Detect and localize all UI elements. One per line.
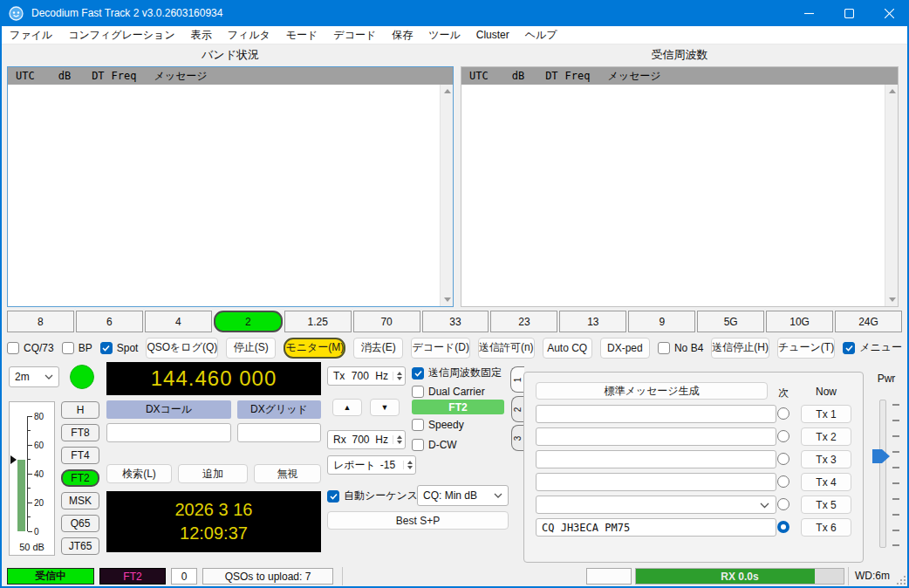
d-cw-checkbox[interactable]: D-CW [412,439,457,451]
generate-messages-button[interactable]: 標準メッセージ生成 [536,382,768,400]
ignore-button[interactable]: 無視 [254,464,321,483]
band-button-70[interactable]: 70 [353,311,420,332]
close-button[interactable] [869,0,909,26]
band-activity-scrollbar[interactable] [440,85,453,306]
message-tab-3[interactable]: 3 [511,425,524,451]
menu-item-decode[interactable]: デコード [325,26,384,44]
maximize-button[interactable] [829,0,869,26]
tx1-button[interactable]: Tx 1 [801,405,851,423]
spot-checkbox[interactable]: Spot [100,342,139,354]
mode-button-q65[interactable]: Q65 [61,515,99,532]
cq-response-select[interactable]: CQ: Min dB [417,485,509,506]
menu-checkbox[interactable]: メニュー [843,340,902,355]
auto-cq-button[interactable]: Auto CQ [543,338,592,359]
tx4-button[interactable]: Tx 4 [801,473,851,491]
spin-down-icon[interactable] [407,466,413,469]
tx3-next-radio[interactable] [777,453,789,465]
band-button-5g[interactable]: 5G [697,311,764,332]
resize-grip-icon[interactable] [897,576,906,585]
tx6-next-radio[interactable] [777,521,789,533]
speedy-checkbox[interactable]: Speedy [412,419,464,431]
tx-freq-up-button[interactable]: ▲ [332,399,362,416]
band-button-9[interactable]: 9 [628,311,695,332]
best-sp-button[interactable]: Best S+P [327,511,509,530]
tx3-button[interactable]: Tx 3 [801,450,851,468]
auto-seq-checkbox[interactable]: 自動シーケンス [327,489,418,503]
mode-button-ft8[interactable]: FT8 [61,424,99,441]
no-b4-checkbox[interactable]: No B4 [658,342,703,354]
menu-item-mode[interactable]: モード [278,26,326,44]
bp-checkbox[interactable]: BP [62,342,92,354]
mode-button-jt65[interactable]: JT65 [61,537,99,555]
minimize-button[interactable] [789,0,829,26]
rx-freq-spinner[interactable]: Rx 700 Hz [327,430,406,449]
message-tab-2[interactable]: 2 [511,396,524,422]
band-button-2[interactable]: 2 [214,311,283,332]
report-spinner[interactable]: レポート -15 [327,455,416,475]
mode-button-ft2[interactable]: FT2 [61,469,99,487]
tx2-button[interactable]: Tx 2 [801,427,851,446]
pwr-slider-track[interactable] [879,400,886,548]
menu-item-cluster[interactable]: Cluster [468,26,517,44]
spin-up-icon[interactable] [397,435,402,439]
mode-button-msk[interactable]: MSK [61,492,99,509]
menu-item-file[interactable]: ファイル [2,26,60,44]
lookup-button[interactable]: 検索(L) [106,464,172,483]
spin-down-icon[interactable] [397,441,402,444]
band-button-4[interactable]: 4 [145,311,212,332]
tx2-message-field[interactable] [536,427,776,446]
tx6-button[interactable]: Tx 6 [801,518,851,537]
scroll-down-icon[interactable] [885,293,899,306]
scroll-up-icon[interactable] [441,85,454,98]
erase-button[interactable]: 消去(E) [353,338,403,359]
menu-item-configuration[interactable]: コンフィグレーション [60,26,183,44]
dx-call-input[interactable] [106,423,231,442]
rx-frequency-scrollbar[interactable] [885,85,898,306]
menu-item-tools[interactable]: ツール [420,26,468,44]
menu-item-view[interactable]: 表示 [183,26,220,44]
band-activity-list[interactable] [8,85,440,306]
spinner-arrows[interactable] [393,435,402,444]
tune-button[interactable]: チューン(T) [777,338,835,359]
scroll-down-icon[interactable] [441,293,454,306]
band-select[interactable]: 2m [9,366,59,387]
tx5-button[interactable]: Tx 5 [801,496,851,514]
band-button-23[interactable]: 23 [490,311,557,332]
log-qso-button[interactable]: QSOをログ(Q) [146,338,218,359]
add-button[interactable]: 追加 [178,464,248,483]
band-button-1-25[interactable]: 1.25 [284,311,352,332]
tx5-message-combo[interactable] [536,496,776,514]
dx-grid-input[interactable] [237,423,321,442]
spinner-arrows[interactable] [403,461,413,469]
tx4-message-field[interactable] [536,473,776,491]
tx5-next-radio[interactable] [777,498,789,510]
hold-tx-freq-checkbox[interactable]: 送信周波数固定 [412,366,502,380]
rx-frequency-list[interactable] [461,85,885,306]
menu-item-filter[interactable]: フィルタ [220,26,278,44]
dual-carrier-checkbox[interactable]: Dual Carrier [412,386,485,398]
tx2-next-radio[interactable] [777,430,789,442]
mode-button-h[interactable]: H [61,401,99,419]
stop-button[interactable]: 停止(S) [226,338,276,359]
pwr-slider-handle[interactable] [872,449,890,463]
tx1-message-field[interactable] [536,405,776,423]
tx1-next-radio[interactable] [777,407,789,420]
scroll-up-icon[interactable] [885,85,899,98]
mode-button-ft4[interactable]: FT4 [61,447,99,464]
menu-item-save[interactable]: 保存 [384,26,420,44]
enable-tx-button[interactable]: 送信許可(n) [478,338,535,359]
spinner-arrows[interactable] [393,372,402,380]
band-button-6[interactable]: 6 [76,311,143,332]
monitor-button[interactable]: モニター(M) [284,338,345,359]
spin-down-icon[interactable] [397,377,402,380]
tx3-message-field[interactable] [536,450,776,468]
tx4-next-radio[interactable] [777,475,789,488]
tx6-message-field[interactable] [536,518,776,537]
spin-up-icon[interactable] [407,461,413,464]
message-tab-1[interactable]: 1 [510,366,524,393]
band-button-24g[interactable]: 24G [835,311,902,332]
halt-tx-button[interactable]: 送信停止(H) [711,338,769,359]
band-button-10g[interactable]: 10G [766,311,833,332]
dx-ped-button[interactable]: DX-ped [600,338,650,359]
band-button-8[interactable]: 8 [7,311,74,332]
